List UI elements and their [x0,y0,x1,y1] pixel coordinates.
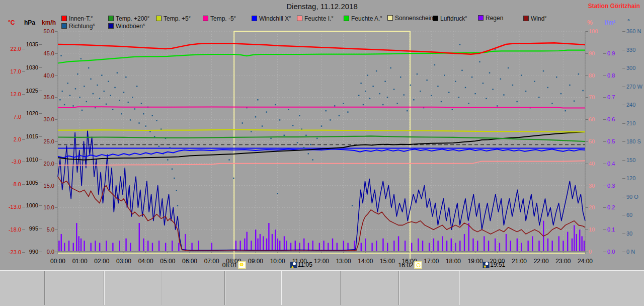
series-bar-regen [584,241,585,251]
series-point-richtung [410,85,411,86]
series-point-richtung [347,111,348,112]
series-bar-regen [562,241,564,251]
series-point-richtung [556,76,557,78]
series-point-richtung [177,205,178,206]
series-bar-regen [147,241,148,251]
series-bar-regen [251,241,252,251]
weather-app-window: Dienstag, 11.12.2018 Station Göritzhain … [0,0,644,306]
series-point-richtung [303,147,304,148]
series-point-richtung [67,83,68,84]
series-bar-regen [411,243,412,251]
series-bar-regen [433,239,434,251]
time-label: 14:00 [358,258,373,265]
series-point-richtung [330,119,331,120]
series-point-richtung [352,205,353,206]
series-bar-regen [506,234,507,251]
series-bar-regen [442,236,443,251]
series-point-richtung [170,147,171,148]
series-point-richtung [88,67,89,68]
series-bar-regen [68,241,69,251]
series-bar-regen [574,225,575,251]
series-point-richtung [441,101,442,102]
series-point-richtung [479,61,480,62]
series-bar-regen [266,239,267,251]
series-bar-regen [393,241,394,251]
series-point-richtung [72,105,73,106]
series-bar-regen [468,223,469,251]
moonset-icon: ▼ [482,262,489,268]
time-label: 07:00 [204,258,219,265]
series-bar-regen [361,243,362,251]
marker-time: 08:01 [222,262,237,269]
series-point-richtung [152,115,153,116]
series-point-richtung [284,135,285,136]
series-bar-regen [279,241,280,251]
series-point-richtung [132,97,133,98]
series-bar-regen [328,243,329,251]
marker-moonset: ▼19:51 [482,261,505,268]
series-point-richtung [172,169,173,170]
series-bar-regen [572,239,573,251]
series-bar-regen [558,236,559,251]
series-point-richtung [565,110,566,111]
time-label: 10:00 [270,258,285,265]
marker-sunrise: 08:01 [222,261,246,269]
series-point-richtung [101,74,102,75]
series-bar-regen [451,239,452,251]
series-bar-regen [576,234,577,251]
series-point-richtung [270,138,271,139]
series-point-richtung [358,95,359,96]
series-point-richtung [497,105,498,106]
series-bar-regen [472,239,473,251]
series-point-richtung [551,103,552,104]
series-bar-regen [268,223,269,251]
series-bar-regen [337,243,338,251]
series-point-richtung [288,109,289,110]
series-bar-regen [84,241,85,251]
series-point-richtung [143,113,144,114]
series-point-richtung [93,93,94,94]
series-bar-regen [495,239,496,251]
series-line-temp_m5 [58,107,585,108]
series-bar-regen [343,241,344,251]
series-bar-regen [158,241,159,251]
series-point-richtung [384,81,385,82]
series-point-richtung [308,153,309,154]
marker-sunset: 16:02 [398,261,422,269]
series-bar-regen [106,241,107,251]
series-point-richtung [582,90,583,91]
series-point-richtung [431,95,432,96]
series-point-richtung [417,73,418,74]
series-bar-regen [517,239,518,251]
series-bar-regen [152,243,153,251]
series-point-richtung [448,92,449,93]
series-point-richtung [365,91,366,92]
series-point-richtung [257,99,258,100]
series-point-richtung [437,86,438,87]
series-point-richtung [382,104,383,105]
series-point-richtung [233,178,234,179]
sunrise-icon [238,261,246,269]
series-bar-regen [76,223,77,251]
series-point-richtung [508,67,509,68]
series-point-richtung [156,120,157,121]
statistics-table: SensorMinWertMaxWertDurchschnittInnen-T.… [0,271,644,306]
series-bar-regen [365,239,366,251]
marker-moonrise: ▲11:05 [290,261,312,268]
series-bar-regen [78,236,79,251]
time-label: 23:00 [555,258,571,265]
series-bar-regen [552,241,553,251]
time-label: 06:00 [182,258,197,265]
series-point-richtung [326,110,327,111]
series-bar-regen [247,232,248,251]
series-point-richtung [534,81,535,82]
series-point-richtung [434,64,435,65]
series-bar-regen [73,243,74,251]
series-point-richtung [119,100,120,101]
series-point-richtung [461,70,462,71]
series-bar-regen [477,241,478,251]
series-point-richtung [266,111,267,112]
series-point-richtung [578,73,579,74]
series-point-richtung [97,85,98,86]
series-point-richtung [363,104,364,105]
